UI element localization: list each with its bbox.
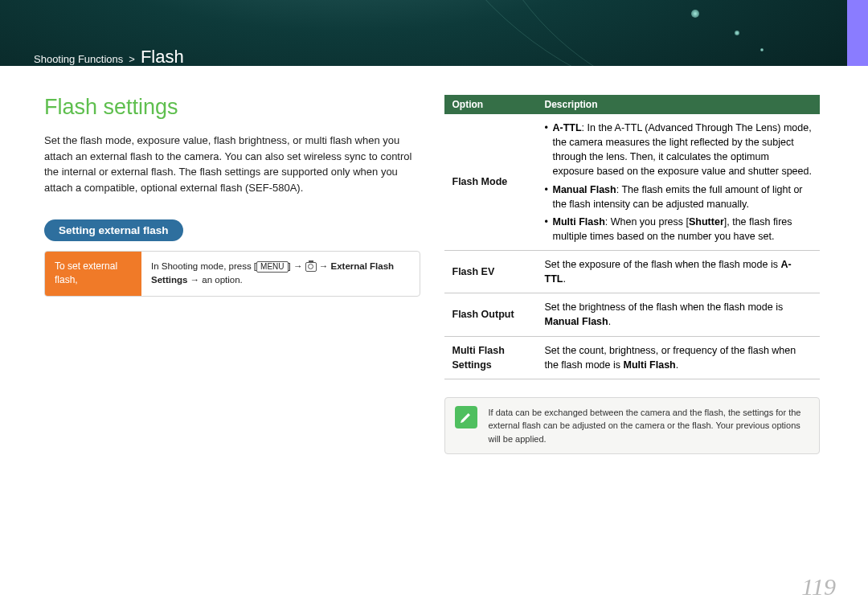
option-name: Flash EV <box>444 251 537 293</box>
options-table: Option Description Flash Mode A-TTL: In … <box>444 95 821 379</box>
option-description: A-TTL: In the A-TTL (Advanced Through Th… <box>537 114 821 251</box>
page-number: 119 <box>801 573 836 601</box>
note-text: If data can be exchanged between the cam… <box>489 406 810 446</box>
option-name: Flash Output <box>444 293 537 336</box>
breadcrumb: Shooting Functions > Flash <box>34 47 184 68</box>
pencil-note-icon <box>455 406 477 428</box>
instruction-label: To set external flash, <box>45 252 141 296</box>
option-description: Set the count, brightness, or frequency … <box>537 336 821 379</box>
instruction-box: To set external flash, In Shooting mode,… <box>44 251 420 297</box>
table-row: Flash Output Set the brightness of the f… <box>444 293 821 336</box>
option-name: Flash Mode <box>444 114 537 251</box>
breadcrumb-chapter: Shooting Functions <box>34 53 123 65</box>
table-row: Multi Flash Settings Set the count, brig… <box>444 336 821 379</box>
table-row: Flash Mode A-TTL: In the A-TTL (Advanced… <box>444 114 821 251</box>
option-name: Multi Flash Settings <box>444 336 537 379</box>
camera-icon <box>305 262 317 272</box>
breadcrumb-separator: > <box>129 53 135 65</box>
table-row: Flash EV Set the exposure of the flash w… <box>444 251 821 293</box>
option-description: Set the brightness of the flash when the… <box>537 293 821 336</box>
menu-button-glyph: MENU <box>256 261 288 273</box>
intro-paragraph: Set the flash mode, exposure value, flas… <box>44 133 420 195</box>
left-column: Flash settings Set the flash mode, expos… <box>44 95 420 454</box>
instruction-steps: In Shooting mode, press [MENU] → → Exter… <box>141 252 420 296</box>
note-box: If data can be exchanged between the cam… <box>444 397 821 455</box>
table-header-description: Description <box>537 95 821 114</box>
table-header-option: Option <box>444 95 537 114</box>
option-description: Set the exposure of the flash when the f… <box>537 251 821 293</box>
right-column: Option Description Flash Mode A-TTL: In … <box>444 95 821 454</box>
section-color-tab <box>847 0 868 66</box>
subsection-heading: Setting external flash <box>44 219 183 241</box>
page-title: Flash settings <box>44 95 420 120</box>
breadcrumb-section: Flash <box>141 47 184 68</box>
